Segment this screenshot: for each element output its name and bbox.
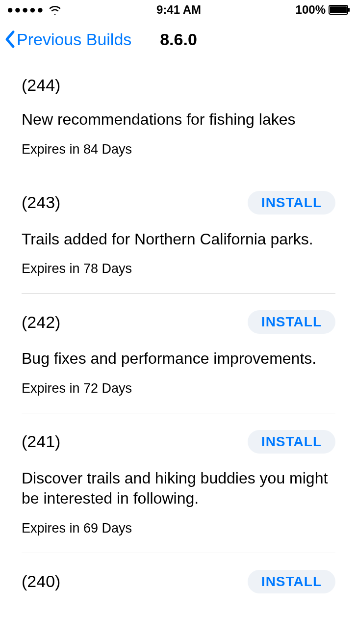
build-expiry: Expires in 72 Days bbox=[22, 381, 335, 396]
build-header: (240) INSTALL bbox=[22, 570, 335, 593]
status-time: 9:41 AM bbox=[156, 3, 201, 17]
build-number: (240) bbox=[22, 572, 60, 591]
install-button[interactable]: INSTALL bbox=[248, 191, 335, 215]
status-bar: ●●●●● 9:41 AM 100% bbox=[0, 0, 357, 20]
back-label: Previous Builds bbox=[17, 30, 131, 49]
build-header: (244) bbox=[22, 76, 335, 95]
back-button[interactable]: Previous Builds bbox=[4, 30, 131, 49]
battery-percent: 100% bbox=[296, 3, 326, 17]
build-number: (243) bbox=[22, 193, 60, 212]
build-description: Discover trails and hiking buddies you m… bbox=[22, 468, 335, 509]
build-item: (241) INSTALL Discover trails and hiking… bbox=[22, 413, 335, 553]
build-expiry: Expires in 78 Days bbox=[22, 261, 335, 276]
wifi-icon bbox=[48, 4, 62, 15]
svg-rect-2 bbox=[348, 8, 350, 12]
build-header: (242) INSTALL bbox=[22, 310, 335, 334]
nav-bar: Previous Builds 8.6.0 bbox=[0, 20, 357, 59]
build-number: (241) bbox=[22, 432, 60, 451]
svg-rect-1 bbox=[330, 6, 347, 13]
build-description: Bug fixes and performance improvements. bbox=[22, 349, 335, 369]
install-button[interactable]: INSTALL bbox=[248, 430, 335, 454]
page-title: 8.6.0 bbox=[160, 30, 197, 49]
chevron-left-icon bbox=[4, 30, 16, 49]
build-expiry: Expires in 69 Days bbox=[22, 521, 335, 536]
build-item: (244) New recommendations for fishing la… bbox=[22, 59, 335, 174]
build-item: (240) INSTALL bbox=[22, 553, 335, 625]
build-description: New recommendations for fishing lakes bbox=[22, 109, 335, 130]
signal-dots-icon: ●●●●● bbox=[7, 3, 44, 16]
build-description: Trails added for Northern California par… bbox=[22, 229, 335, 250]
status-left: ●●●●● bbox=[7, 3, 62, 16]
builds-list: (244) New recommendations for fishing la… bbox=[0, 59, 357, 625]
install-button[interactable]: INSTALL bbox=[248, 570, 335, 593]
status-right: 100% bbox=[296, 3, 350, 17]
build-number: (242) bbox=[22, 313, 60, 332]
build-header: (241) INSTALL bbox=[22, 430, 335, 454]
battery-icon bbox=[329, 5, 350, 15]
build-number: (244) bbox=[22, 76, 60, 95]
build-header: (243) INSTALL bbox=[22, 191, 335, 215]
build-expiry: Expires in 84 Days bbox=[22, 142, 335, 157]
install-button[interactable]: INSTALL bbox=[248, 310, 335, 334]
build-item: (242) INSTALL Bug fixes and performance … bbox=[22, 294, 335, 413]
build-item: (243) INSTALL Trails added for Northern … bbox=[22, 174, 335, 294]
